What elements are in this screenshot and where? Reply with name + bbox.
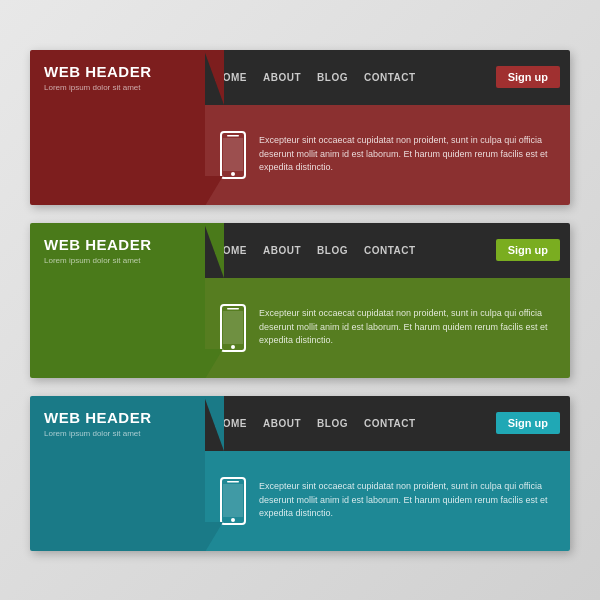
content-text-red: Excepteur sint occaecat cupidatat non pr… [259, 134, 558, 176]
brand-title-green: WEB HEADER [44, 236, 205, 254]
banner-top-green: WEB HEADER Lorem ipsum dolor sit amet HO… [30, 223, 570, 278]
brand-area-red: WEB HEADER Lorem ipsum dolor sit amet [30, 50, 205, 105]
content-text-teal: Excepteur sint occaecat cupidatat non pr… [259, 480, 558, 522]
banner-top-red: WEB HEADER Lorem ipsum dolor sit amet HO… [30, 50, 570, 105]
nav-home-red[interactable]: HOME [215, 72, 247, 83]
brand-area-green: WEB HEADER Lorem ipsum dolor sit amet [30, 223, 205, 278]
phone-icon-green [217, 302, 249, 354]
banner-red: WEB HEADER Lorem ipsum dolor sit amet HO… [30, 50, 570, 205]
signup-button-red[interactable]: Sign up [496, 66, 560, 88]
phone-icon-red [217, 129, 249, 181]
banner-bottom-green: Excepteur sint occaecat cupidatat non pr… [30, 278, 570, 378]
nav-blog-green[interactable]: BLOG [317, 245, 348, 256]
nav-blog-red[interactable]: BLOG [317, 72, 348, 83]
svg-rect-9 [227, 481, 239, 483]
nav-items-green: HOME ABOUT BLOG CONTACT [215, 245, 496, 256]
signup-button-green[interactable]: Sign up [496, 239, 560, 261]
svg-rect-5 [227, 308, 239, 310]
left-area-teal [30, 451, 205, 551]
svg-point-10 [231, 518, 235, 522]
banner-top-teal: WEB HEADER Lorem ipsum dolor sit amet HO… [30, 396, 570, 451]
left-area-red [30, 105, 205, 205]
brand-subtitle-green: Lorem ipsum dolor sit amet [44, 256, 205, 265]
svg-point-6 [231, 345, 235, 349]
banner-green: WEB HEADER Lorem ipsum dolor sit amet HO… [30, 223, 570, 378]
nav-contact-teal[interactable]: CONTACT [364, 418, 416, 429]
nav-home-teal[interactable]: HOME [215, 418, 247, 429]
brand-title-teal: WEB HEADER [44, 409, 205, 427]
content-area-green: Excepteur sint occaecat cupidatat non pr… [205, 278, 570, 378]
banner-bottom-red: Excepteur sint occaecat cupidatat non pr… [30, 105, 570, 205]
content-area-red: Excepteur sint occaecat cupidatat non pr… [205, 105, 570, 205]
nav-about-green[interactable]: ABOUT [263, 245, 301, 256]
nav-items-red: HOME ABOUT BLOG CONTACT [215, 72, 496, 83]
svg-rect-1 [227, 135, 239, 137]
nav-bar-red: HOME ABOUT BLOG CONTACT Sign up [205, 50, 570, 105]
nav-contact-red[interactable]: CONTACT [364, 72, 416, 83]
nav-home-green[interactable]: HOME [215, 245, 247, 256]
nav-bar-teal: HOME ABOUT BLOG CONTACT Sign up [205, 396, 570, 451]
svg-rect-3 [223, 138, 243, 171]
content-area-teal: Excepteur sint occaecat cupidatat non pr… [205, 451, 570, 551]
nav-about-red[interactable]: ABOUT [263, 72, 301, 83]
banner-bottom-teal: Excepteur sint occaecat cupidatat non pr… [30, 451, 570, 551]
content-text-green: Excepteur sint occaecat cupidatat non pr… [259, 307, 558, 349]
left-area-green [30, 278, 205, 378]
svg-rect-7 [223, 311, 243, 344]
nav-about-teal[interactable]: ABOUT [263, 418, 301, 429]
svg-rect-11 [223, 484, 243, 517]
svg-point-2 [231, 172, 235, 176]
brand-title-red: WEB HEADER [44, 63, 205, 81]
brand-subtitle-teal: Lorem ipsum dolor sit amet [44, 429, 205, 438]
nav-bar-green: HOME ABOUT BLOG CONTACT Sign up [205, 223, 570, 278]
nav-contact-green[interactable]: CONTACT [364, 245, 416, 256]
brand-area-teal: WEB HEADER Lorem ipsum dolor sit amet [30, 396, 205, 451]
phone-icon-teal [217, 475, 249, 527]
nav-items-teal: HOME ABOUT BLOG CONTACT [215, 418, 496, 429]
brand-subtitle-red: Lorem ipsum dolor sit amet [44, 83, 205, 92]
banner-teal: WEB HEADER Lorem ipsum dolor sit amet HO… [30, 396, 570, 551]
nav-blog-teal[interactable]: BLOG [317, 418, 348, 429]
signup-button-teal[interactable]: Sign up [496, 412, 560, 434]
